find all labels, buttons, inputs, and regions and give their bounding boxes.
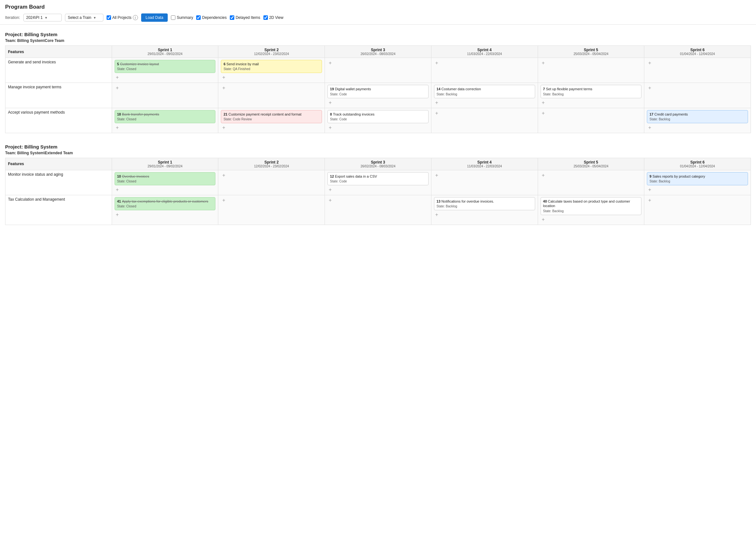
card-18-title: Bank transfer payments <box>122 112 159 116</box>
add-card-generate-s6[interactable]: + <box>647 60 652 66</box>
card-17[interactable]: 17 Credit card payments State: Backlog <box>647 110 748 123</box>
cell-tax-s3: + <box>325 195 431 225</box>
card-5-state: State: Closed <box>117 67 213 71</box>
2d-view-checkbox-item: 2D View <box>263 15 283 20</box>
add-card-tax-s2[interactable]: + <box>221 197 226 204</box>
add-card-generate-s4[interactable]: + <box>434 60 439 66</box>
add-card-generate-s5[interactable]: + <box>541 60 546 66</box>
card-18[interactable]: 18 Bank transfer payments State: Closed <box>115 110 216 123</box>
feature-label-accept: Accept various payment methods <box>5 108 112 133</box>
card-10-state: State: Closed <box>117 179 213 183</box>
card-9-title: Sales reports by product category <box>652 174 705 178</box>
header: Program Board Iteration: 2024\PI 1 ▼ Sel… <box>0 0 756 25</box>
card-17-id: 17 <box>649 112 654 116</box>
add-card-monitor-s1[interactable]: + <box>115 187 120 193</box>
add-card-tax-s4[interactable]: + <box>434 212 439 218</box>
add-card-tax-s3[interactable]: + <box>327 197 333 204</box>
card-41[interactable]: 41 Apply tax exemptions for eligible pro… <box>115 197 216 210</box>
add-card-manage-s2[interactable]: + <box>221 85 226 91</box>
cell-manage-s2: + <box>218 83 325 108</box>
card-41-title: Apply tax exemptions for eligible produc… <box>122 199 208 203</box>
card-6[interactable]: 6 Send invoice by mail State: QA Finishe… <box>221 60 322 73</box>
all-projects-checkbox[interactable] <box>107 15 111 20</box>
add-card-manage-s3[interactable]: + <box>327 100 333 106</box>
cell-monitor-s5: + <box>538 170 644 195</box>
card-41-state: State: Closed <box>117 204 213 208</box>
card-9[interactable]: 9 Sales reports by product category Stat… <box>647 172 748 185</box>
sprint-1-header: Sprint 1 29/01/2024 - 09/02/2024 <box>112 46 218 58</box>
add-card-tax-s5[interactable]: + <box>541 216 546 223</box>
card-13[interactable]: 13 Notifications for overdue invoices. S… <box>434 197 535 210</box>
card-40-id: 40 <box>543 199 548 203</box>
add-card-monitor-s2[interactable]: + <box>221 172 226 179</box>
add-card-manage-s4[interactable]: + <box>434 100 439 106</box>
add-card-generate-s1[interactable]: + <box>115 74 120 81</box>
card-7[interactable]: 7 Set up flexible payment terms State: B… <box>541 85 642 98</box>
project-1-title: Project: Billing System <box>5 32 751 37</box>
cell-tax-s6: + <box>644 195 751 225</box>
card-5[interactable]: 5 Customize invoice layout State: Closed <box>115 60 216 73</box>
delayed-items-label: Delayed Items <box>236 15 260 20</box>
feature-row-tax: Tax Calculation and Management 41 Apply … <box>5 195 751 225</box>
add-card-monitor-s6[interactable]: + <box>647 187 652 193</box>
cell-manage-s4: 14 Costumer data correction State: Backl… <box>431 83 538 108</box>
add-card-generate-s3[interactable]: + <box>327 60 333 66</box>
add-card-tax-s6[interactable]: + <box>647 197 652 204</box>
dependencies-label: Dependencies <box>202 15 227 20</box>
add-card-monitor-s4[interactable]: + <box>434 172 439 179</box>
iteration-dropdown[interactable]: 2024\PI 1 ▼ <box>23 14 62 21</box>
card-40[interactable]: 40 Calculate taxes based on product type… <box>541 197 642 215</box>
card-41-id: 41 <box>117 199 122 203</box>
cell-accept-s4: + <box>431 108 538 133</box>
card-19[interactable]: 19 Digital wallet payments State: Code <box>327 85 429 98</box>
project-2-title: Project: Billing System <box>5 144 751 149</box>
sprint-4-header: Sprint 4 11/03/2024 - 22/03/2024 <box>431 46 538 58</box>
dependencies-checkbox[interactable] <box>196 15 201 20</box>
load-data-button[interactable]: Load Data <box>141 13 168 22</box>
card-21[interactable]: 21 Customize payment receipt content and… <box>221 110 322 123</box>
add-card-manage-s6[interactable]: + <box>647 85 652 91</box>
add-card-generate-s2[interactable]: + <box>221 74 226 81</box>
add-card-manage-s5[interactable]: + <box>541 100 546 106</box>
add-card-accept-s6[interactable]: + <box>647 124 652 131</box>
summary-checkbox-item: Summary <box>171 15 193 20</box>
card-10[interactable]: 10 Overdue invoices State: Closed <box>115 172 216 185</box>
all-projects-info-icon[interactable]: i <box>133 15 138 20</box>
delayed-items-checkbox[interactable] <box>230 15 234 20</box>
add-card-monitor-s5[interactable]: + <box>541 172 546 179</box>
card-8[interactable]: 8 Track outstanding invoices State: Code <box>327 110 429 123</box>
summary-checkbox[interactable] <box>171 15 175 20</box>
cell-monitor-s3: 12 Export sales data in a CSV State: Cod… <box>325 170 431 195</box>
add-card-accept-s4[interactable]: + <box>434 110 439 116</box>
add-card-accept-s5[interactable]: + <box>541 110 546 116</box>
feature-row-accept: Accept various payment methods 18 Bank t… <box>5 108 751 133</box>
board: Project: Billing System Team: Billing Sy… <box>0 25 756 229</box>
cell-generate-s4: + <box>431 58 538 83</box>
card-9-state: State: Backlog <box>649 179 745 183</box>
card-40-state: State: Backlog <box>543 209 639 213</box>
add-card-accept-s1[interactable]: + <box>115 124 120 131</box>
p2-sprint-4-header: Sprint 4 11/03/2024 - 22/03/2024 <box>431 158 538 170</box>
2d-view-checkbox[interactable] <box>263 15 268 20</box>
card-18-id: 18 <box>117 112 122 116</box>
sprint-5-header: Sprint 5 25/03/2024 - 05/04/2024 <box>538 46 644 58</box>
cell-accept-s6: 17 Credit card payments State: Backlog + <box>644 108 751 133</box>
card-21-state: State: Code Review <box>223 117 319 121</box>
p2-sprint-2-header: Sprint 2 12/02/2024 - 23/02/2024 <box>218 158 325 170</box>
train-dropdown[interactable]: Select a Train ▼ <box>65 14 103 21</box>
card-13-title: Notifications for overdue invoices. <box>441 199 494 203</box>
card-14[interactable]: 14 Costumer data correction State: Backl… <box>434 85 535 98</box>
add-card-manage-s1[interactable]: + <box>115 85 120 91</box>
cell-manage-s1: + <box>112 83 218 108</box>
cell-accept-s3: 8 Track outstanding invoices State: Code… <box>325 108 431 133</box>
train-dropdown-arrow: ▼ <box>93 16 96 20</box>
sprint-6-header: Sprint 6 01/04/2024 - 12/04/2024 <box>644 46 751 58</box>
card-12[interactable]: 12 Export sales data in a CSV State: Cod… <box>327 172 429 185</box>
add-card-tax-s1[interactable]: + <box>115 212 120 218</box>
feature-row-manage: Manage invoice payment terms + + 19 Digi… <box>5 83 751 108</box>
add-card-accept-s3[interactable]: + <box>327 124 333 131</box>
add-card-monitor-s3[interactable]: + <box>327 187 333 193</box>
card-8-title: Track outstanding invoices <box>333 112 374 116</box>
add-card-accept-s2[interactable]: + <box>221 124 226 131</box>
card-7-id: 7 <box>543 87 546 91</box>
